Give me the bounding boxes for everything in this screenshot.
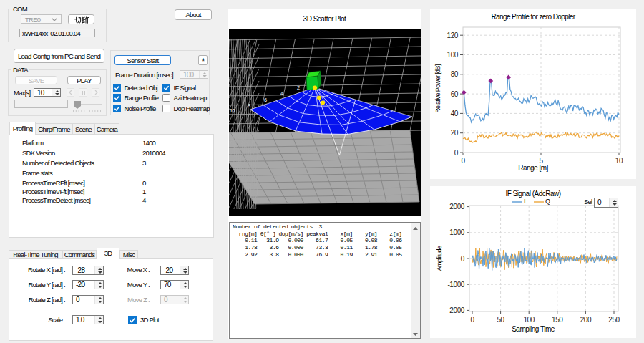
svg-text:120: 120 — [447, 32, 459, 39]
svg-text:0: 0 — [470, 316, 474, 324]
svg-text:1000: 1000 — [449, 228, 464, 236]
svg-text:8: 8 — [248, 102, 250, 109]
svg-text:4: 4 — [280, 90, 283, 97]
svg-text:10: 10 — [615, 157, 623, 165]
svg-text:80: 80 — [451, 70, 459, 78]
svg-text:200: 200 — [580, 316, 592, 324]
svg-text:0: 0 — [461, 157, 465, 165]
svg-text:5: 5 — [539, 157, 543, 165]
svg-text:20: 20 — [451, 129, 459, 137]
svg-text:60: 60 — [451, 90, 459, 98]
svg-text:10: 10 — [230, 107, 235, 114]
svg-text:0: 0 — [461, 255, 465, 263]
svg-text:-2000: -2000 — [447, 306, 464, 314]
svg-text:2000: 2000 — [449, 203, 464, 211]
svg-text:40: 40 — [451, 110, 459, 117]
svg-text:100: 100 — [447, 51, 459, 59]
svg-text:6: 6 — [264, 97, 267, 103]
svg-text:-1000: -1000 — [447, 281, 464, 289]
svg-text:2: 2 — [297, 84, 300, 91]
svg-text:100: 100 — [523, 316, 535, 324]
svg-text:50: 50 — [497, 316, 504, 324]
svg-text:0: 0 — [454, 149, 459, 157]
svg-text:250: 250 — [608, 316, 620, 324]
svg-text:150: 150 — [552, 316, 563, 324]
